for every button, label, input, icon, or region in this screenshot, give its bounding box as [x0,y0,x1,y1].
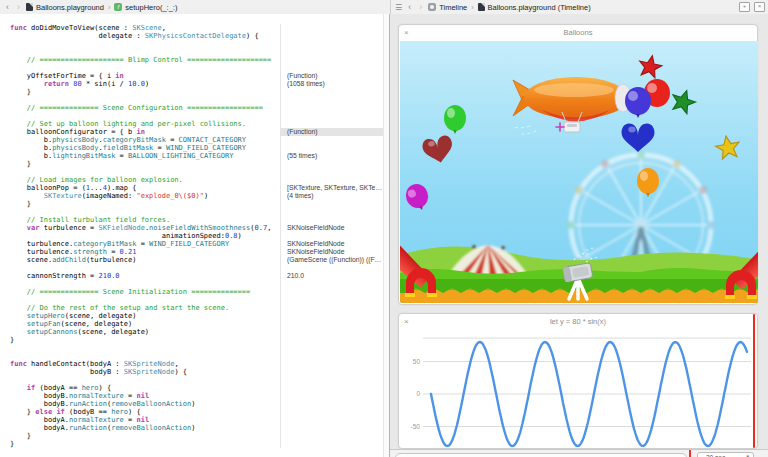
code-line[interactable]: turbulence.categoryBitMask = WIND_FIELD_… [0,240,383,248]
result-annotation[interactable]: [SKTexture, SKTexture, SKTe… [280,184,383,192]
code-line[interactable] [0,96,383,104]
code-line[interactable]: delegate : SKPhysicsContactDelegate) { [0,32,383,40]
result-annotation[interactable]: (1058 times) [280,80,383,88]
duration-stepper[interactable]: 30 sec ▲▼ [697,452,754,457]
code-line[interactable]: animationSpeed:0.8) [0,232,383,240]
code-line[interactable]: balloonConfigurator = { b in(Function) [0,128,383,136]
code-line[interactable]: return 80 * sin(i / 10.0)(1058 times) [0,80,383,88]
code-line[interactable] [0,344,383,352]
result-gutter [280,368,383,376]
code-line[interactable]: } [0,336,383,344]
code-line[interactable]: bodyA.normalTexture = nil [0,416,383,424]
result-annotation[interactable]: (4 times) [280,192,383,200]
code-line[interactable]: } [0,432,383,440]
code-line[interactable] [0,112,383,120]
code-line[interactable] [0,40,383,48]
timeline-playhead[interactable] [753,314,755,448]
timeline-control-bar: 30 sec ▲▼ [390,449,768,457]
code-line[interactable]: } [0,88,383,96]
breadcrumb-file[interactable]: Balloons.playground [26,3,104,12]
code-line[interactable]: setupHero(scene, delegate) [0,312,383,320]
add-assistant-button[interactable]: + [739,2,750,12]
code-line[interactable]: func doDidMoveToView(scene : SKScene, [0,24,383,32]
code-line[interactable] [0,208,383,216]
breadcrumb-assistant-file-label: Balloons.playground (Timeline) [488,3,591,12]
timeline-position-marker[interactable] [689,450,691,457]
code-line[interactable] [0,168,383,176]
result-annotation[interactable]: SKNoiseFieldNode [280,240,383,248]
assistant-forward-button[interactable]: › [417,1,424,13]
result-annotation[interactable]: (55 times) [280,152,383,160]
code-line[interactable] [0,352,383,360]
result-annotation[interactable]: (GameScene ((Function)) ((F… [280,256,383,264]
code-line[interactable]: b.physicsBody.fieldBitMask = WIND_FIELD_… [0,144,383,152]
code-line[interactable]: bodyB.normalTexture = nil [0,392,383,400]
code-line[interactable]: // Load images for balloon explosion. [0,176,383,184]
code-line[interactable]: var turbulence = SKFieldNode.noiseFieldW… [0,224,383,232]
code-line[interactable]: cannonStrength = 210.0210.0 [0,272,383,280]
breadcrumb-separator: › [108,4,110,11]
result-gutter [280,360,383,368]
code-line[interactable]: } [0,200,383,208]
sine-chart-svg: 500-50 [399,330,755,448]
result-gutter [280,208,383,216]
code-line[interactable]: if (bodyA == hero) { [0,384,383,392]
forward-button[interactable]: › [15,1,22,13]
code-line[interactable]: // ==================== Blimp Control ==… [0,56,383,64]
close-icon[interactable]: × [404,314,409,330]
code-line[interactable]: // ============== Scene Configuration ==… [0,104,383,112]
code-line[interactable]: } [0,440,383,448]
code-line[interactable]: bodyB : SKSpriteNode) { [0,368,383,376]
result-annotation[interactable]: 210.0 [280,272,383,280]
close-assistant-button[interactable]: × [754,2,765,12]
code-line[interactable] [0,264,383,272]
code-line[interactable] [0,296,383,304]
code-line[interactable]: } [0,160,383,168]
code-line[interactable]: func handleContact(bodyA : SKSpriteNode, [0,360,383,368]
breadcrumb-timeline[interactable]: Timeline [428,3,467,12]
related-items-icon[interactable]: ☰ [395,3,402,12]
code-line[interactable]: bodyA.runAction(removeBalloonAction) [0,424,383,432]
code-line[interactable]: setupCannons(scene, delegate) [0,328,383,336]
code-line[interactable]: turbulence.strength = 0.21SKNoiseFieldNo… [0,248,383,256]
code-line[interactable]: SKTexture(imageNamed: "explode_0\($0)")(… [0,192,383,200]
code-line[interactable]: setupFan(scene, delegate) [0,320,383,328]
code-line[interactable]: // Do the rest of the setup and start th… [0,304,383,312]
breadcrumb-separator: › [471,4,473,11]
result-gutter [280,232,383,240]
code-line[interactable]: b.physicsBody.categoryBitMask = CONTACT_… [0,136,383,144]
code-line[interactable]: balloonPop = (1...4).map {[SKTexture, SK… [0,184,383,192]
code-line[interactable]: b.lightingBitMask = BALLOON_LIGHTING_CAT… [0,152,383,160]
code-line[interactable] [0,280,383,288]
result-gutter [280,416,383,424]
result-annotation[interactable]: (Function) [280,72,383,80]
svg-text:50: 50 [413,358,421,365]
result-annotation[interactable]: (Function) [280,128,383,136]
playground-file-icon [26,3,33,11]
result-annotation[interactable]: SKNoiseFieldNode [280,248,383,256]
code-line[interactable]: yOffsetForTime = { i in(Function) [0,72,383,80]
result-gutter [280,432,383,440]
breadcrumb-assistant-file[interactable]: Balloons.playground (Timeline) [478,3,591,12]
result-gutter [280,40,383,48]
code-line[interactable] [0,376,383,384]
chart-card: × let y = 80 * sin(x) 500-50 [398,313,758,449]
code-line[interactable]: // Set up balloon lighting and per-pixel… [0,120,383,128]
result-annotation[interactable]: SKNoiseFieldNode [280,224,383,232]
code-line[interactable]: // ============== Scene Initialization =… [0,288,383,296]
code-line[interactable] [0,64,383,72]
stepper-arrows-icon[interactable]: ▲▼ [746,453,750,457]
source-editor[interactable]: func doDidMoveToView(scene : SKScene, de… [0,14,383,457]
code-line[interactable]: bodyB.runAction(removeBalloonAction) [0,400,383,408]
close-icon[interactable]: × [404,25,409,41]
breadcrumb-scope[interactable]: f setupHero(_:_:) [114,3,177,12]
result-gutter [280,344,383,352]
code-line[interactable]: // Install turbulant field forces. [0,216,383,224]
back-button[interactable]: ‹ [4,1,11,13]
code-line[interactable]: } else if (bodyB == hero) { [0,408,383,416]
code-line[interactable] [0,48,383,56]
assistant-back-button[interactable]: ‹ [406,1,413,13]
result-gutter [280,400,383,408]
code-line[interactable]: scene.addChild(turbulence)(GameScene ((F… [0,256,383,264]
timeline-slider[interactable] [395,453,687,457]
